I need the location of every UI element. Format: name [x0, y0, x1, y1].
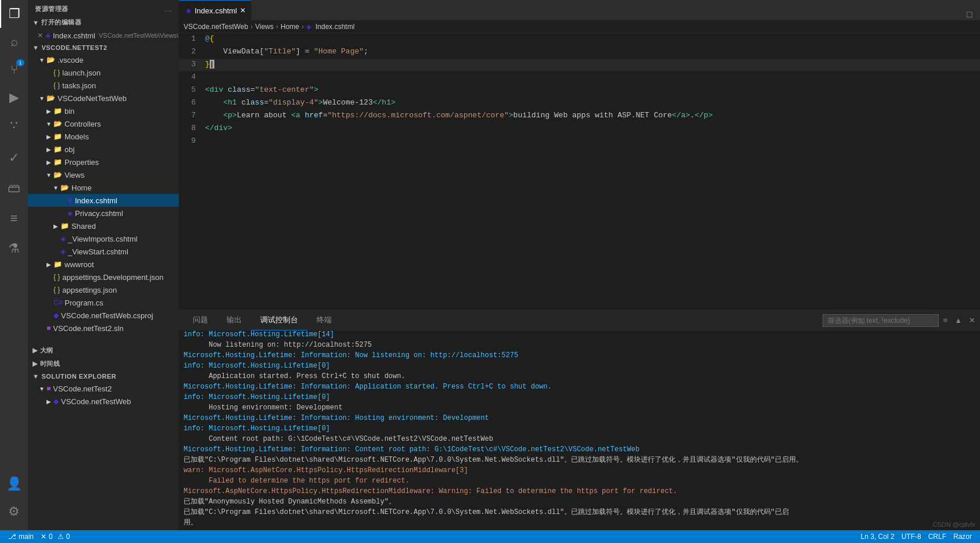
panel-tab-problems[interactable]: 问题: [184, 310, 217, 330]
code-editor[interactable]: 1 @{ 2 ViewData["Title"] = "Home Page"; …: [179, 33, 980, 310]
open-file-index[interactable]: ✕ ◈ Index.cshtml VSCode.netTestWeb\Views…: [28, 29, 179, 42]
json-icon: { }: [53, 273, 60, 281]
open-editors-section[interactable]: ▼ 打开的编辑器: [28, 16, 179, 29]
tree-item-bin[interactable]: ▶ 📁 bin: [28, 105, 179, 117]
cshtml-icon: ◈: [67, 196, 73, 204]
activity-extensions[interactable]: ∵: [0, 112, 28, 139]
line-num-2: 2: [179, 46, 205, 58]
tree-item-home[interactable]: ▼ 📂 Home: [28, 181, 179, 194]
tree-item-csproj[interactable]: ◆ VSCode.netTestWeb.csproj: [28, 309, 179, 322]
cs-icon: C#: [53, 299, 62, 307]
activity-source-control[interactable]: ⑂ 1: [0, 56, 28, 84]
log-entry: Application started. Press Ctrl+C to shu…: [184, 371, 975, 382]
output-label: 输出: [227, 315, 242, 325]
problems-label: 问题: [193, 315, 208, 325]
panel-tab-output[interactable]: 输出: [217, 310, 251, 330]
json-icon: { }: [53, 286, 60, 294]
tree-item-tasks[interactable]: { } tasks.json: [28, 79, 179, 92]
solution-explorer-section[interactable]: ▼ SOLUTION EXPLORER: [28, 371, 179, 382]
breadcrumb-part-4[interactable]: Index.cshtml: [315, 23, 354, 31]
activity-database[interactable]: 🗃: [0, 174, 28, 202]
explorer-menu[interactable]: …: [164, 5, 172, 13]
code-line-2: 2 ViewData["Title"] = "Home Page";: [179, 46, 980, 59]
tree-item-vscode[interactable]: ▼ 📂 .vscode: [28, 53, 179, 66]
file-label-index: Index.cshtml: [75, 196, 117, 205]
tree-item-controllers[interactable]: ▼ 📂 Controllers: [28, 117, 179, 130]
json-icon: { }: [53, 81, 60, 89]
solution-tree-vscodenetestweb[interactable]: ▶ ◆ VSCode.netTestWeb: [28, 395, 179, 408]
activity-run[interactable]: ▶: [0, 84, 28, 112]
activity-bar-bottom: 👤 ⚙: [0, 470, 28, 530]
open-editors-title: 打开的编辑器: [41, 18, 81, 27]
activity-explorer[interactable]: ❐: [0, 0, 28, 28]
status-language[interactable]: Razor: [950, 530, 975, 543]
solution-tree-vscodenettest2[interactable]: ▼ ■ VSCode.netTest2: [28, 382, 179, 395]
filter-input[interactable]: [823, 314, 939, 327]
warning-icon: ⚠: [58, 533, 64, 541]
tree-item-properties[interactable]: ▶ 📁 Properties: [28, 156, 179, 168]
timeline-section[interactable]: ▶ 时间线: [28, 357, 179, 371]
panel-tab-terminal[interactable]: 终端: [307, 310, 341, 330]
status-line-ending[interactable]: CRLF: [925, 530, 950, 543]
tree-item-obj[interactable]: ▶ 📁 obj: [28, 143, 179, 156]
activity-account[interactable]: 👤: [0, 470, 28, 498]
solution-title: SOLUTION EXPLORER: [41, 373, 116, 380]
activity-beaker[interactable]: ⚗: [0, 235, 28, 262]
tree-item-viewstart[interactable]: ◈ _ViewStart.cshtml: [28, 245, 179, 258]
tab-label: Index.cshtml: [195, 6, 237, 15]
source-control-badge: 1: [16, 59, 24, 66]
layers-icon: ≡: [10, 212, 18, 225]
panel-tab-debug-console[interactable]: 调试控制台: [251, 310, 307, 330]
line-content-3: }|: [205, 59, 980, 71]
tree-item-vscodewebtestweb[interactable]: ▼ 📂 VSCodeNetTestWeb: [28, 92, 179, 105]
tab-close-button[interactable]: ✕: [238, 6, 247, 15]
tree-arrow: ▼: [44, 172, 53, 178]
tree-arrow-collapsed: ▶: [51, 223, 60, 229]
tree-item-sln[interactable]: ■ VSCode.netTest2.sln: [28, 322, 179, 335]
branch-label: main: [19, 533, 34, 541]
tree-arrow-collapsed: ▶: [44, 261, 53, 268]
activity-layers[interactable]: ≡: [0, 204, 28, 232]
split-editor-button[interactable]: ☐: [964, 9, 975, 20]
tree-item-launch[interactable]: { } launch.json: [28, 66, 179, 79]
activity-search[interactable]: ⌕: [0, 28, 28, 56]
status-encoding[interactable]: UTF-8: [898, 530, 925, 543]
tree-arrow: ▼: [51, 185, 60, 191]
tree-arrow: ▼: [37, 95, 46, 102]
breadcrumb-part-2[interactable]: Views: [255, 23, 274, 31]
language-label: Razor: [953, 533, 972, 541]
tree-item-appsettings-dev[interactable]: { } appsettings.Development.json: [28, 271, 179, 283]
close-file-icon[interactable]: ✕: [37, 31, 43, 39]
folder-label-views: Views: [64, 171, 84, 179]
panel-close-button[interactable]: ✕: [969, 316, 975, 325]
status-line-col[interactable]: Ln 3, Col 2: [857, 530, 898, 543]
explorer-title: 资源管理器: [35, 5, 69, 13]
line-content-6: <h1 class="display-4">Welcome-123</h1>: [205, 97, 980, 109]
panel-content[interactable]: 已启用。已加载"C:\Program Files\dotnet\shared\M…: [179, 330, 980, 530]
tree-item-privacy-cshtml[interactable]: ◈ Privacy.cshtml: [28, 207, 179, 220]
tree-item-shared[interactable]: ▶ 📁 Shared: [28, 220, 179, 232]
tree-item-models[interactable]: ▶ 📁 Models: [28, 130, 179, 143]
line-content-1: @{: [205, 33, 980, 45]
status-errors[interactable]: ✕ 0 ⚠ 0: [37, 530, 73, 543]
breadcrumb-part-3[interactable]: Home: [281, 23, 299, 31]
tree-item-index-cshtml[interactable]: ◈ Index.cshtml: [28, 194, 179, 207]
line-col-label: Ln 3, Col 2: [861, 533, 895, 541]
tree-item-appsettings[interactable]: { } appsettings.json: [28, 283, 179, 296]
tree-item-program-cs[interactable]: C# Program.cs: [28, 296, 179, 309]
panel-maximize-button[interactable]: ▲: [954, 316, 962, 325]
panel-collapse-button[interactable]: ≡: [943, 316, 948, 325]
tree-item-viewimports[interactable]: ◈ _ViewImports.cshtml: [28, 232, 179, 245]
line-content-2: ViewData["Title"] = "Home Page";: [205, 46, 980, 58]
tree-item-wwwroot[interactable]: ▶ 📁 wwwroot: [28, 258, 179, 271]
tree-item-views[interactable]: ▼ 📂 Views: [28, 168, 179, 181]
breadcrumb-part-1[interactable]: VSCode.netTestWeb: [184, 23, 248, 31]
status-branch[interactable]: ⎇ main: [5, 530, 37, 543]
activity-test[interactable]: ✓: [0, 144, 28, 172]
tab-index-cshtml[interactable]: ◈ Index.cshtml ✕: [179, 0, 252, 20]
code-line-4: 4: [179, 71, 980, 84]
activity-settings[interactable]: ⚙: [0, 498, 28, 526]
activity-bar: ❐ ⌕ ⑂ 1 ▶ ∵ ✓ 🗃 ≡ ⚗ 👤: [0, 0, 28, 530]
outline-section[interactable]: ▶ 大纲: [28, 344, 179, 357]
vscode-nettest2-section[interactable]: ▼ VSCODE.NETTEST2: [28, 42, 179, 53]
